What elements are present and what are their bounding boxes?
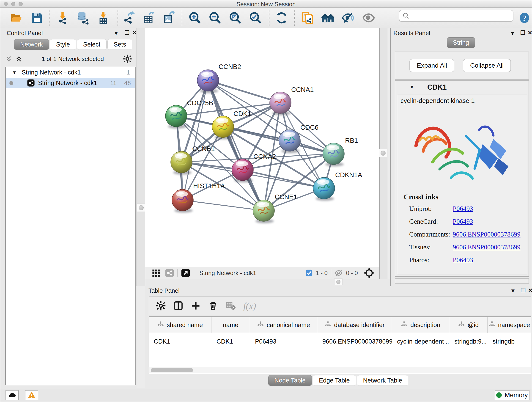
- table-cell[interactable]: cyclin-dependent ...: [392, 333, 449, 350]
- network-edge-HIST1H1A-CCNE1[interactable]: [183, 200, 264, 211]
- control-panel-menu-icon[interactable]: ▼: [114, 30, 119, 36]
- results-panel-close-icon[interactable]: ✕: [528, 30, 532, 36]
- crosslink-link[interactable]: P06493: [453, 218, 473, 230]
- horizontal-splitter-handle[interactable]: [334, 279, 342, 285]
- import-network-file-icon[interactable]: [55, 11, 70, 25]
- left-splitter[interactable]: [137, 28, 145, 286]
- right-splitter[interactable]: [380, 28, 388, 286]
- control-panel-float-icon[interactable]: ❒: [125, 30, 130, 36]
- column-header-shared-name[interactable]: shared name: [149, 317, 211, 333]
- show-columns-icon[interactable]: [173, 301, 183, 311]
- results-panel-float-icon[interactable]: ❒: [520, 30, 525, 36]
- show-all-eye-icon[interactable]: [361, 11, 376, 25]
- network-node-CCNE1[interactable]: CCNE1: [253, 193, 297, 223]
- column-header-database-identifier[interactable]: database identifier: [317, 317, 392, 333]
- network-node-CCNB1[interactable]: CCNB1: [171, 145, 215, 175]
- hide-selected-eye-icon[interactable]: [341, 11, 355, 25]
- table-cell[interactable]: stringdb: [488, 333, 531, 350]
- export-image-icon[interactable]: [162, 11, 176, 25]
- help-button[interactable]: ?: [517, 11, 532, 25]
- table-panel-menu-icon[interactable]: ▼: [510, 288, 516, 294]
- import-table-file-icon[interactable]: [96, 11, 111, 25]
- node-label-CCNA1: CCNA1: [291, 86, 314, 93]
- table-panel-close-icon[interactable]: ✕: [528, 287, 532, 294]
- network-node-HIST1H1A[interactable]: HIST1H1A: [172, 182, 225, 213]
- collection-expander-icon[interactable]: ▼: [12, 70, 17, 75]
- network-options-gear-icon[interactable]: [123, 54, 132, 64]
- column-header-name[interactable]: name: [211, 317, 250, 333]
- column-header-description[interactable]: description: [392, 317, 449, 333]
- column-header-namespace[interactable]: namespace: [488, 317, 531, 333]
- collapse-all-icon[interactable]: [5, 55, 13, 63]
- open-in-window-icon[interactable]: [181, 268, 190, 278]
- search-input[interactable]: [412, 12, 513, 20]
- column-header-@id[interactable]: @id: [449, 317, 488, 333]
- tab-select[interactable]: Select: [77, 39, 107, 50]
- search-icon: [403, 12, 409, 19]
- crosslink-link[interactable]: 9606.ENSP00000378699: [453, 243, 520, 256]
- crosslink-link[interactable]: P06493: [453, 256, 473, 269]
- network-collection-row[interactable]: ▼ String Network - cdk1 1: [6, 67, 135, 78]
- zoom-selected-icon[interactable]: [248, 11, 263, 25]
- tab-style[interactable]: Style: [50, 39, 76, 50]
- import-network-database-icon[interactable]: [75, 11, 90, 25]
- fit-content-crosshair-icon[interactable]: [364, 268, 374, 278]
- right-splitter-handle[interactable]: [379, 149, 387, 157]
- network-canvas[interactable]: CCNB2CCNA1CDC25BCDK1CDC6RB1CCNB1CCNA2CDK…: [145, 28, 380, 267]
- memory-button[interactable]: Memory: [495, 390, 530, 400]
- refresh-layout-icon[interactable]: [274, 11, 289, 25]
- clone-network-icon[interactable]: [300, 11, 315, 25]
- table-cell[interactable]: CDK1: [211, 333, 250, 350]
- table-horizontal-scrollbar[interactable]: [149, 367, 531, 373]
- table-settings-gear-icon[interactable]: [156, 301, 166, 311]
- tab-string[interactable]: String: [447, 37, 475, 48]
- network-edge-CCNB2-CCNA1[interactable]: [208, 80, 280, 103]
- column-header-canonical-name[interactable]: canonical name: [250, 317, 317, 333]
- cloud-button[interactable]: [6, 390, 19, 400]
- control-panel-close-icon[interactable]: ✕: [132, 30, 137, 36]
- table-row[interactable]: CDK1CDK1P064939606.ENSP00000378699cyclin…: [149, 333, 531, 350]
- network-row-selected[interactable]: String Network - cdk1 11 48: [6, 78, 135, 88]
- export-table-icon[interactable]: [141, 11, 156, 25]
- table-cell[interactable]: P06493: [250, 333, 317, 350]
- zoom-out-icon[interactable]: [208, 11, 222, 25]
- table-cell[interactable]: stringdb:9...: [449, 333, 488, 350]
- gene-expander-icon[interactable]: ▼: [409, 84, 414, 90]
- save-session-icon[interactable]: [30, 11, 44, 25]
- network-node-CDKN1A[interactable]: CDKN1A: [313, 171, 362, 201]
- crosslink-link[interactable]: 9606.ENSP00000378699: [453, 230, 520, 243]
- column-label: database identifier: [334, 322, 385, 329]
- tab-network-table[interactable]: Network Table: [357, 375, 409, 386]
- export-network-icon[interactable]: [121, 11, 136, 25]
- search-box: [399, 10, 513, 22]
- add-column-icon[interactable]: [191, 301, 201, 311]
- crosslink-link[interactable]: P06493: [453, 205, 473, 218]
- expand-all-icon[interactable]: [15, 55, 23, 63]
- tab-network[interactable]: Network: [14, 39, 49, 50]
- left-splitter-handle[interactable]: [137, 204, 145, 212]
- network-node-CCNA1[interactable]: CCNA1: [270, 86, 314, 115]
- zoom-fit-icon[interactable]: [228, 11, 243, 25]
- delete-column-icon[interactable]: [208, 301, 218, 311]
- collapse-all-button[interactable]: Collapse All: [463, 59, 511, 72]
- warnings-button[interactable]: [25, 390, 38, 400]
- tab-node-table[interactable]: Node Table: [268, 375, 312, 386]
- gene-section-header[interactable]: ▼ CDK1: [395, 83, 529, 93]
- scrollbar-thumb[interactable]: [151, 368, 193, 372]
- results-panel-menu-icon[interactable]: ▼: [510, 30, 515, 36]
- network-node-RB1[interactable]: RB1: [323, 137, 358, 166]
- tab-edge-table[interactable]: Edge Table: [313, 375, 356, 386]
- birds-eye-grid-icon[interactable]: [152, 268, 161, 278]
- tab-sets[interactable]: Sets: [108, 39, 132, 50]
- table-cell[interactable]: CDK1: [149, 333, 211, 350]
- network-overview-icon[interactable]: [165, 268, 174, 278]
- network-edge-CCNA2-CDKN1A[interactable]: [243, 170, 324, 188]
- control-panel-title: Control Panel: [7, 30, 43, 37]
- expand-all-button[interactable]: Expand All: [409, 59, 454, 72]
- string-home-icon[interactable]: [321, 11, 335, 25]
- open-session-icon[interactable]: [9, 11, 24, 25]
- node-label-CCNB2: CCNB2: [219, 63, 241, 70]
- table-cell[interactable]: 9606.ENSP00000378699: [317, 333, 392, 350]
- zoom-in-icon[interactable]: [188, 11, 202, 25]
- table-panel-float-icon[interactable]: ❒: [521, 287, 526, 294]
